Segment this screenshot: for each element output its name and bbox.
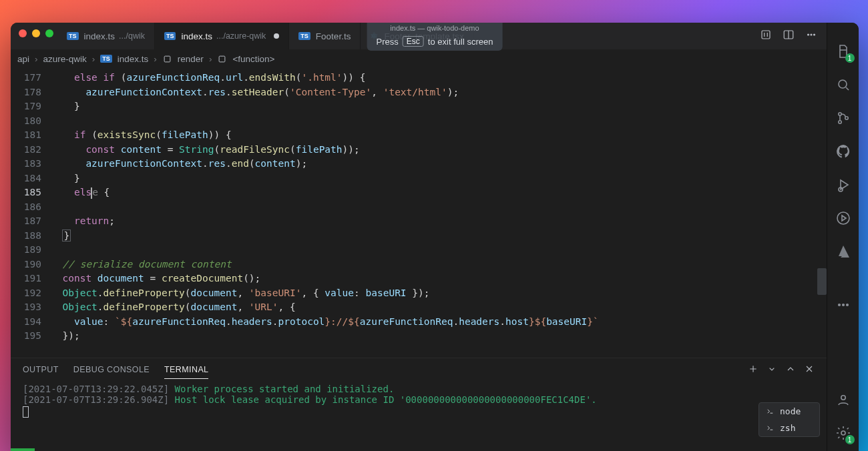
line-number: 191 bbox=[11, 272, 41, 286]
terminal-output[interactable]: node zsh [2021-07-07T13:29:22.045Z] Work… bbox=[11, 381, 827, 451]
code-line[interactable]: // serialize document content bbox=[51, 258, 827, 272]
accounts-icon[interactable] bbox=[835, 391, 852, 408]
source-control-icon[interactable] bbox=[835, 109, 852, 127]
line-number: 193 bbox=[11, 300, 41, 315]
terminal-line: [2021-07-07T13:29:22.045Z] Worker proces… bbox=[23, 384, 815, 394]
editor-tab[interactable]: TSFooter.ts bbox=[289, 23, 361, 49]
code-line[interactable]: } bbox=[51, 229, 827, 244]
editor-tab[interactable]: TSindex.ts .../qwik bbox=[57, 23, 155, 49]
ts-file-icon: TS bbox=[164, 32, 176, 40]
main-column: TSindex.ts .../qwik TSindex.ts .../azure… bbox=[11, 23, 827, 451]
tab-filename: index.ts bbox=[181, 31, 212, 41]
svg-point-15 bbox=[846, 304, 848, 306]
line-number: 177 bbox=[11, 71, 41, 85]
breadcrumb[interactable]: api› azure-qwik› TS index.ts› render› <f… bbox=[11, 49, 827, 68]
close-window-button[interactable] bbox=[19, 29, 27, 37]
symbol-method-icon bbox=[162, 54, 172, 64]
svg-point-14 bbox=[842, 304, 844, 306]
breadcrumb-item[interactable]: index.ts bbox=[118, 54, 149, 64]
split-editor-icon[interactable] bbox=[783, 29, 795, 43]
line-number: 187 bbox=[11, 214, 41, 229]
github-icon[interactable] bbox=[835, 143, 852, 160]
line-number: 186 bbox=[11, 200, 41, 215]
compare-changes-icon[interactable] bbox=[760, 29, 772, 43]
line-number: 181 bbox=[11, 128, 41, 143]
window-controls bbox=[19, 29, 53, 37]
maximize-panel-icon[interactable] bbox=[785, 364, 796, 376]
code-line[interactable] bbox=[51, 114, 827, 129]
terminal-profile-node[interactable]: node bbox=[759, 403, 819, 420]
new-terminal-icon[interactable] bbox=[748, 364, 758, 376]
overflow-icon[interactable] bbox=[835, 296, 852, 314]
code-line[interactable]: azureFunctionContext.res.setHeader('Cont… bbox=[51, 85, 827, 100]
fullscreen-window-button[interactable] bbox=[45, 29, 53, 37]
breadcrumb-item[interactable]: azure-qwik bbox=[43, 54, 87, 64]
line-number: 192 bbox=[11, 286, 41, 301]
breadcrumb-item[interactable]: render bbox=[178, 54, 204, 64]
breadcrumb-item[interactable]: <function> bbox=[232, 54, 274, 64]
breadcrumb-item[interactable]: api bbox=[17, 54, 29, 64]
code-line[interactable]: const content = String(readFileSync(file… bbox=[51, 143, 827, 157]
svg-point-3 bbox=[811, 34, 812, 35]
svg-point-13 bbox=[838, 304, 840, 306]
svg-point-8 bbox=[838, 113, 841, 115]
tab-filename: Footer.ts bbox=[316, 31, 351, 41]
minimize-window-button[interactable] bbox=[32, 29, 40, 37]
terminal-profiles: node zsh bbox=[758, 402, 820, 437]
code-editor[interactable]: 1771781791801811821831841851861871881891… bbox=[11, 68, 827, 358]
search-icon[interactable] bbox=[835, 76, 852, 93]
dirty-indicator-icon bbox=[274, 33, 279, 39]
run-icon[interactable] bbox=[835, 209, 852, 227]
code-line[interactable]: Object.defineProperty(document, 'URL', { bbox=[51, 300, 827, 315]
code-line[interactable]: else { bbox=[51, 185, 827, 200]
line-number: 179 bbox=[11, 99, 41, 114]
code-line[interactable]: Object.defineProperty(document, 'baseURI… bbox=[51, 286, 827, 301]
explorer-icon[interactable]: 1 bbox=[835, 43, 852, 60]
code-line[interactable]: } bbox=[51, 99, 827, 114]
panel-tab-output[interactable]: OUTPUT bbox=[23, 361, 59, 378]
code-line[interactable]: } bbox=[51, 171, 827, 186]
code-line[interactable]: }); bbox=[51, 329, 827, 344]
code-line[interactable]: else if (azureFunctionReq.url.endsWith('… bbox=[51, 71, 827, 85]
svg-point-4 bbox=[814, 34, 815, 35]
more-actions-icon[interactable] bbox=[805, 29, 817, 43]
terminal-dropdown-icon[interactable] bbox=[767, 364, 777, 376]
line-number: 182 bbox=[11, 143, 41, 157]
line-number: 185 bbox=[11, 185, 41, 200]
line-number: 183 bbox=[11, 157, 41, 171]
minimap-viewport[interactable] bbox=[817, 268, 827, 295]
panel-tab-terminal[interactable]: TERMINAL bbox=[164, 361, 208, 379]
line-number: 189 bbox=[11, 243, 41, 258]
run-debug-icon[interactable] bbox=[835, 176, 852, 193]
minimap[interactable] bbox=[815, 68, 827, 358]
svg-rect-0 bbox=[762, 31, 770, 39]
line-gutter: 1771781791801811821831841851861871881891… bbox=[11, 68, 51, 358]
settings-badge: 1 bbox=[845, 435, 855, 444]
vscode-window: index.ts — qwik-todo-demo Press Esc to e… bbox=[11, 23, 859, 451]
terminal-profile-zsh[interactable]: zsh bbox=[759, 420, 819, 436]
close-panel-icon[interactable] bbox=[804, 364, 815, 376]
line-number: 184 bbox=[11, 171, 41, 186]
svg-point-17 bbox=[841, 431, 845, 435]
code-line[interactable] bbox=[51, 243, 827, 258]
code-line[interactable]: if (existsSync(filePath)) { bbox=[51, 128, 827, 143]
code-area[interactable]: else if (azureFunctionReq.url.endsWith('… bbox=[51, 68, 827, 358]
code-line[interactable]: return; bbox=[51, 214, 827, 229]
bottom-panel: OUTPUT DEBUG CONSOLE TERMINAL node zsh [… bbox=[11, 358, 827, 451]
editor-tab[interactable]: TSindex.ts .../azure-qwik bbox=[155, 23, 289, 49]
panel-tab-debug-console[interactable]: DEBUG CONSOLE bbox=[73, 361, 150, 378]
code-line[interactable]: const document = createDocument(); bbox=[51, 272, 827, 286]
svg-rect-5 bbox=[164, 56, 170, 62]
code-line[interactable]: azureFunctionContext.res.end(content); bbox=[51, 157, 827, 171]
azure-icon[interactable] bbox=[835, 243, 852, 260]
svg-point-2 bbox=[808, 34, 809, 35]
svg-point-7 bbox=[839, 80, 847, 88]
code-line[interactable]: value: `${azureFunctionReq.headers.proto… bbox=[51, 315, 827, 330]
hint-rest: to exit full screen bbox=[428, 37, 493, 47]
code-line[interactable] bbox=[51, 200, 827, 215]
ts-file-icon: TS bbox=[100, 55, 112, 63]
explorer-badge: 1 bbox=[845, 53, 855, 63]
settings-gear-icon[interactable]: 1 bbox=[835, 424, 852, 442]
ts-file-icon: TS bbox=[298, 32, 310, 40]
tab-actions bbox=[760, 23, 827, 49]
